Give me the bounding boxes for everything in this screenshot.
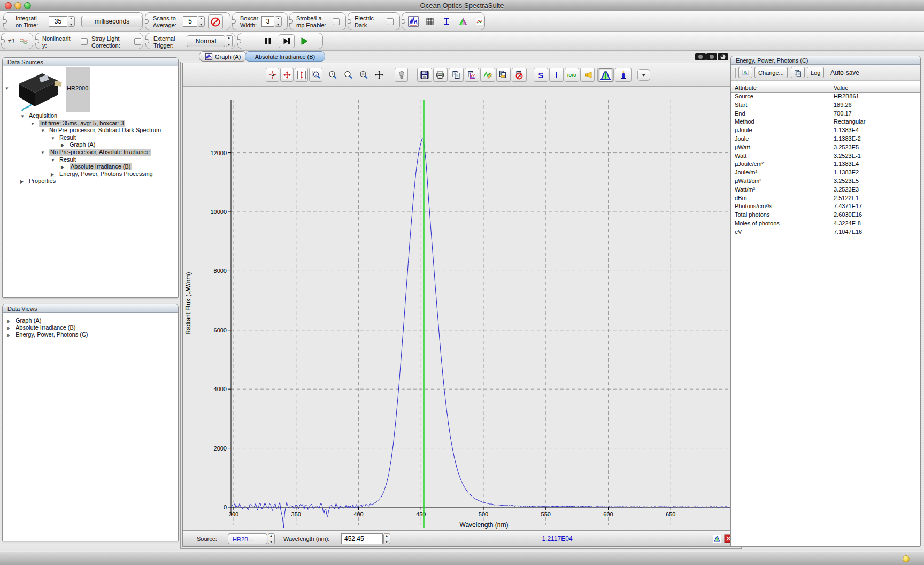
- tab-graph-a[interactable]: Graph (A): [199, 51, 247, 62]
- copy-image-button[interactable]: [465, 68, 480, 82]
- print-button[interactable]: [433, 68, 448, 82]
- source-dropdown[interactable]: HR2B...: [228, 533, 267, 544]
- group-collapse-icon[interactable]: [35, 39, 39, 43]
- expanded-arrow-icon[interactable]: ▼: [20, 113, 25, 120]
- nonlinearity-checkbox[interactable]: [81, 38, 88, 45]
- source-stepper[interactable]: [268, 533, 275, 544]
- edit-spectrum-button[interactable]: [480, 68, 495, 82]
- scans-average-stepper[interactable]: [198, 16, 205, 27]
- energy-panel-header[interactable]: Energy, Power, Photons (C): [731, 56, 920, 65]
- tree-item[interactable]: ▶Properties: [3, 178, 178, 185]
- toolbar-grip[interactable]: [734, 68, 736, 78]
- group-collapse-icon[interactable]: [145, 39, 149, 43]
- boxcar-width-stepper[interactable]: [275, 16, 282, 27]
- group-collapse-icon[interactable]: [402, 19, 405, 24]
- single-step-button[interactable]: [279, 34, 295, 48]
- play-icon[interactable]: [298, 35, 311, 48]
- smoothing-waves-icon[interactable]: [19, 37, 29, 45]
- color-view-icon[interactable]: [457, 16, 469, 27]
- overflow-menu-button[interactable]: [637, 69, 650, 81]
- trigger-mode-stepper[interactable]: [226, 35, 233, 47]
- expanded-arrow-icon[interactable]: ▼: [51, 157, 55, 164]
- zoom-out-button[interactable]: [341, 68, 355, 82]
- pan-button[interactable]: [372, 68, 386, 82]
- log-button[interactable]: Log: [807, 67, 824, 78]
- collapsed-arrow-icon[interactable]: ▶: [61, 164, 64, 171]
- electric-dark-checkbox[interactable]: [387, 18, 394, 25]
- single-spectrum-button[interactable]: I: [549, 68, 564, 82]
- scale-to-fill-button[interactable]: [280, 68, 294, 82]
- group-collapse-icon[interactable]: [348, 19, 351, 24]
- light-source-button[interactable]: [395, 68, 408, 82]
- relative-intensity-button[interactable]: [615, 68, 632, 82]
- attribute-table-header[interactable]: Attribute Value: [732, 84, 920, 93]
- peak-settings-button[interactable]: [738, 67, 752, 78]
- tree-item[interactable]: ▼No Pre-processor, Subtract Dark Spectru…: [3, 127, 178, 134]
- zoom-to-region-button[interactable]: 2: [309, 68, 322, 82]
- title-bar[interactable]: Ocean Optics SpectraSuite: [0, 0, 924, 11]
- tree-item[interactable]: ▼Result: [3, 156, 178, 163]
- tree-item[interactable]: ▼Int time: 35ms, avg: 5, boxcar: 3: [3, 120, 178, 127]
- tree-item[interactable]: ▶Energy, Power, Photons Processing: [3, 171, 178, 178]
- collapsed-arrow-icon[interactable]: ▶: [7, 332, 10, 339]
- audio-alert-button[interactable]: [580, 68, 595, 82]
- pause-icon[interactable]: [261, 35, 274, 48]
- graph-view-icon[interactable]: [407, 16, 419, 27]
- group-collapse-icon[interactable]: [237, 39, 241, 43]
- export-overlay-button[interactable]: [496, 68, 511, 82]
- spectrum-chart[interactable]: 0200040006000800010000120003003504004505…: [183, 87, 739, 531]
- expanded-arrow-icon[interactable]: ▼: [51, 135, 55, 142]
- zoom-reset-button[interactable]: [356, 68, 371, 82]
- float-window-icon[interactable]: [718, 53, 728, 60]
- stray-light-checkbox[interactable]: [134, 38, 141, 45]
- integration-unit-dropdown[interactable]: milliseconds: [81, 16, 143, 27]
- copy-button[interactable]: [449, 68, 464, 82]
- expanded-arrow-icon[interactable]: ▼: [41, 127, 45, 134]
- group-collapse-icon[interactable]: [1, 39, 5, 43]
- strobe-lamp-checkbox[interactable]: [333, 18, 340, 25]
- integration-time-stepper[interactable]: [68, 16, 75, 27]
- text-view-icon[interactable]: [441, 16, 452, 27]
- scans-average-input[interactable]: [183, 16, 197, 27]
- collapsed-arrow-icon[interactable]: ▶: [20, 178, 24, 185]
- boxcar-width-input[interactable]: [261, 16, 274, 27]
- zoom-in-button[interactable]: [325, 68, 340, 82]
- group-collapse-icon[interactable]: [232, 19, 236, 24]
- group-collapse-icon[interactable]: [289, 19, 293, 24]
- peak-cursor-icon[interactable]: [712, 534, 722, 544]
- tree-item[interactable]: ▶Absolute Irradiance (B): [3, 163, 178, 170]
- center-cursor-button[interactable]: [266, 68, 279, 82]
- tree-item[interactable]: ▼Acquisition: [3, 112, 178, 119]
- scale-vertical-button[interactable]: [295, 68, 308, 82]
- tree-item[interactable]: ▶Graph (A): [3, 141, 178, 148]
- strobe-enable-button[interactable]: S: [534, 68, 548, 82]
- wavelength-stepper[interactable]: [383, 533, 390, 544]
- trigger-mode-dropdown[interactable]: Normal: [187, 35, 225, 47]
- data-views-header[interactable]: Data Views: [3, 304, 178, 313]
- change-button[interactable]: Change...: [754, 67, 788, 78]
- peak-finder-button[interactable]: [597, 68, 614, 82]
- group-collapse-icon[interactable]: [145, 19, 149, 24]
- dock-right-icon[interactable]: [706, 53, 717, 60]
- collapsed-arrow-icon[interactable]: ▶: [61, 142, 64, 149]
- autosave-label[interactable]: Auto-save: [830, 69, 859, 77]
- data-sources-header[interactable]: Data Sources: [3, 58, 178, 66]
- wavelength-input[interactable]: [341, 533, 383, 544]
- tree-item-device[interactable]: HR2000: [3, 85, 178, 92]
- overlay-view-icon[interactable]: [474, 16, 486, 27]
- tab-absolute-irradiance-b[interactable]: Absolute Irradiance (B): [245, 51, 325, 62]
- expanded-arrow-icon[interactable]: ▼: [30, 120, 35, 127]
- data-view-item[interactable]: ▶ Energy, Power, Photons (C): [3, 331, 178, 338]
- expanded-arrow-icon[interactable]: ▼: [41, 149, 45, 156]
- stop-averaging-button[interactable]: [208, 14, 223, 29]
- collapsed-arrow-icon[interactable]: ▶: [51, 171, 54, 178]
- tree-item[interactable]: ▼Result: [3, 134, 178, 141]
- data-view-item[interactable]: ▶ Graph (A): [3, 317, 178, 324]
- data-view-item[interactable]: ▶ Absolute Irradiance (B): [3, 324, 178, 331]
- tree-item[interactable]: ▼No Pre-processor, Absolute Irradiance: [3, 149, 178, 156]
- table-view-icon[interactable]: [424, 16, 436, 27]
- save-button[interactable]: [417, 68, 432, 82]
- not-equal-one-icon[interactable]: ≠1: [8, 37, 15, 45]
- group-collapse-icon[interactable]: [3, 19, 7, 24]
- dock-left-icon[interactable]: [695, 53, 706, 60]
